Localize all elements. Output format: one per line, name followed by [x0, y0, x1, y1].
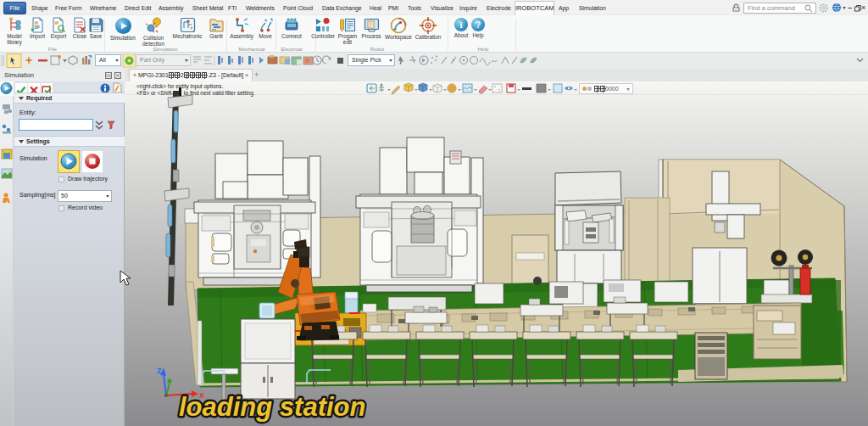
svg-text:loading station: loading station [179, 392, 365, 422]
svg-text:i: i [459, 20, 462, 30]
svg-text:DF: DF [35, 25, 41, 30]
svg-text:?: ? [476, 20, 481, 30]
svg-text:Z: Z [157, 367, 162, 375]
svg-text:W: W [55, 20, 59, 25]
